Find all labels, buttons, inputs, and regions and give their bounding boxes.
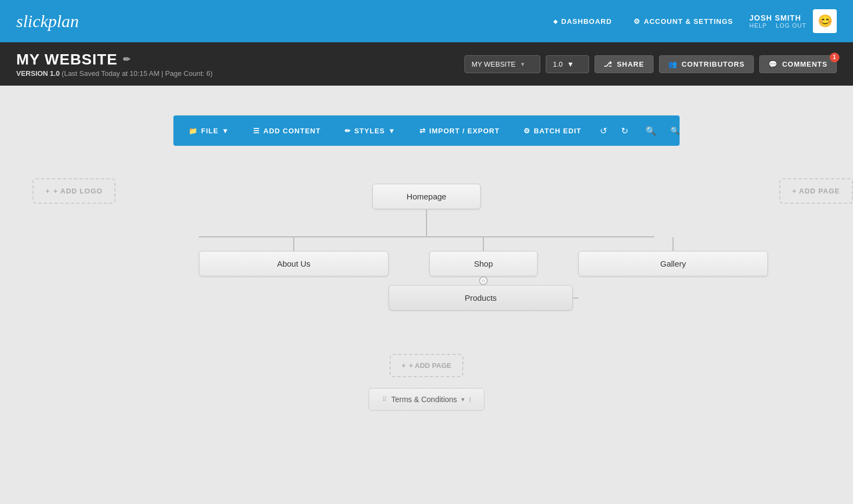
add-content-icon: ☰ bbox=[253, 127, 260, 135]
connector-to-shop bbox=[483, 237, 484, 251]
site-selector-value: MY WEBSITE bbox=[471, 60, 515, 68]
zoom-in-button[interactable]: 🔍 bbox=[639, 121, 663, 140]
about-us-label: About Us bbox=[277, 259, 311, 268]
plus-icon: + bbox=[46, 187, 50, 195]
header-controls: MY WEBSITE ▼ 1.0 ▼ ⎇ SHARE 👥 CONTRIBUTOR… bbox=[464, 55, 837, 73]
version-chevron-icon: ▼ bbox=[567, 60, 574, 68]
add-logo-button[interactable]: + + ADD LOGO bbox=[33, 178, 115, 204]
comments-button[interactable]: 💬 COMMENTS 1 bbox=[759, 55, 837, 73]
top-navigation: slickplan ◆ DASHBOARD ⚙ ACCOUNT & SETTIN… bbox=[0, 0, 853, 42]
terms-label: Terms & Conditions bbox=[391, 395, 457, 404]
styles-button[interactable]: ✏ STYLES ▼ bbox=[335, 122, 405, 139]
gallery-column: Gallery bbox=[578, 237, 768, 276]
connector-homepage-to-level1 bbox=[426, 209, 427, 236]
connector-to-about-us bbox=[293, 237, 294, 251]
contributors-button[interactable]: 👥 CONTRIBUTORS bbox=[659, 55, 754, 73]
site-selector[interactable]: MY WEBSITE ▼ bbox=[464, 55, 540, 73]
terms-dropdown-icon[interactable]: ▾ bbox=[461, 396, 464, 403]
comments-badge: 1 bbox=[830, 53, 839, 62]
share-label: SHARE bbox=[617, 60, 644, 68]
nav-links: ◆ DASHBOARD ⚙ ACCOUNT & SETTINGS bbox=[553, 17, 733, 25]
undo-button[interactable]: ↺ bbox=[593, 121, 613, 140]
chevron-down-icon: ▼ bbox=[520, 61, 526, 67]
add-page-bottom-label: + ADD PAGE bbox=[409, 361, 451, 370]
add-logo-label: + ADD LOGO bbox=[54, 187, 103, 195]
redo-button[interactable]: ↻ bbox=[615, 121, 635, 140]
zoom-out-button[interactable]: 🔍 bbox=[664, 122, 686, 139]
cursor-icon: I bbox=[469, 396, 471, 404]
header-bar: MY WEBSITE ✏ VERSION 1.0 (Last Saved Tod… bbox=[0, 42, 853, 86]
zoom-in-icon: 🔍 bbox=[645, 126, 656, 136]
products-right-connector bbox=[573, 298, 578, 299]
comments-icon: 💬 bbox=[768, 60, 778, 68]
styles-chevron-icon: ▼ bbox=[388, 127, 396, 135]
add-page-bottom-plus-icon: + bbox=[402, 361, 406, 370]
shop-node[interactable]: Shop bbox=[429, 251, 538, 276]
add-page-right-label: + ADD PAGE bbox=[792, 187, 840, 195]
about-us-column: About Us bbox=[199, 237, 389, 276]
edit-title-icon[interactable]: ✏ bbox=[123, 54, 131, 64]
undo-icon: ↺ bbox=[600, 126, 607, 136]
shop-expand-icon[interactable]: ⊖ bbox=[479, 276, 488, 285]
import-export-icon: ⇄ bbox=[419, 127, 426, 135]
import-export-button[interactable]: ⇄ IMPORT / EXPORT bbox=[410, 122, 509, 139]
account-link[interactable]: ⚙ ACCOUNT & SETTINGS bbox=[634, 17, 733, 25]
logout-link[interactable]: LOG OUT bbox=[776, 22, 806, 29]
version-label: VERSION 1.0 bbox=[16, 69, 60, 77]
user-section: JOSH SMITH HELP LOG OUT 😊 bbox=[749, 9, 837, 33]
version-selector-value: 1.0 bbox=[553, 60, 563, 68]
styles-icon: ✏ bbox=[345, 127, 351, 135]
account-label: ACCOUNT & SETTINGS bbox=[644, 17, 733, 25]
add-page-right-button[interactable]: + ADD PAGE bbox=[779, 178, 853, 204]
share-button[interactable]: ⎇ SHARE bbox=[594, 55, 654, 73]
user-name: JOSH SMITH bbox=[749, 14, 806, 22]
add-page-bottom-button[interactable]: + + ADD PAGE bbox=[390, 354, 463, 377]
contributors-label: CONTRIBUTORS bbox=[682, 60, 745, 68]
file-label: FILE bbox=[201, 127, 218, 135]
import-export-label: IMPORT / EXPORT bbox=[429, 127, 500, 135]
saved-info: (Last Saved Today at 10:15 AM | Page Cou… bbox=[62, 69, 212, 77]
dashboard-link[interactable]: ◆ DASHBOARD bbox=[553, 17, 612, 25]
dashboard-label: DASHBOARD bbox=[561, 17, 612, 25]
terms-conditions-node[interactable]: ⠿ Terms & Conditions ▾ I bbox=[369, 388, 484, 411]
site-version: VERSION 1.0 (Last Saved Today at 10:15 A… bbox=[16, 69, 454, 77]
version-selector[interactable]: 1.0 ▼ bbox=[546, 55, 589, 73]
styles-label: STYLES bbox=[354, 127, 385, 135]
site-title-text: MY WEBSITE bbox=[16, 51, 118, 68]
connector-to-gallery bbox=[673, 237, 674, 251]
help-link[interactable]: HELP bbox=[749, 22, 767, 29]
batch-edit-label: BATCH EDIT bbox=[534, 127, 581, 135]
shop-column: Shop ⊖ Products bbox=[389, 237, 578, 311]
settings-icon: ⚙ bbox=[634, 17, 641, 25]
avatar: 😊 bbox=[813, 9, 837, 33]
drag-handle-icon: ⠿ bbox=[382, 396, 387, 403]
products-node[interactable]: Products bbox=[389, 285, 573, 311]
site-title: MY WEBSITE ✏ bbox=[16, 51, 454, 68]
batch-edit-button[interactable]: ⚙ BATCH EDIT bbox=[514, 122, 591, 139]
zoom-out-icon: 🔍 bbox=[670, 126, 680, 135]
site-title-block: MY WEBSITE ✏ VERSION 1.0 (Last Saved Tod… bbox=[16, 51, 454, 77]
logo: slickplan bbox=[16, 11, 553, 31]
file-button[interactable]: 📁 FILE ▼ bbox=[179, 122, 239, 139]
gallery-node[interactable]: Gallery bbox=[578, 251, 768, 276]
file-icon: 📁 bbox=[189, 127, 198, 135]
canvas-area: + + ADD LOGO + ADD PAGE Homepage About U… bbox=[0, 162, 853, 487]
about-us-node[interactable]: About Us bbox=[199, 251, 389, 276]
add-content-button[interactable]: ☰ ADD CONTENT bbox=[243, 122, 331, 139]
shop-label: Shop bbox=[474, 259, 493, 268]
batch-edit-icon: ⚙ bbox=[524, 127, 531, 135]
user-actions: HELP LOG OUT bbox=[749, 22, 806, 29]
file-chevron-icon: ▼ bbox=[222, 127, 229, 135]
homepage-label: Homepage bbox=[406, 192, 446, 201]
redo-icon: ↻ bbox=[621, 126, 628, 136]
homepage-node[interactable]: Homepage bbox=[372, 184, 481, 209]
comments-label: COMMENTS bbox=[782, 60, 828, 68]
products-label: Products bbox=[464, 293, 496, 302]
share-icon: ⎇ bbox=[604, 60, 612, 68]
toolbar: 📁 FILE ▼ ☰ ADD CONTENT ✏ STYLES ▼ ⇄ IMPO… bbox=[173, 115, 680, 146]
add-content-label: ADD CONTENT bbox=[263, 127, 321, 135]
dashboard-dot-icon: ◆ bbox=[553, 18, 558, 24]
contributors-icon: 👥 bbox=[668, 60, 677, 68]
gallery-label: Gallery bbox=[660, 259, 686, 268]
bottom-section: + + ADD PAGE ⠿ Terms & Conditions ▾ I bbox=[369, 354, 484, 411]
